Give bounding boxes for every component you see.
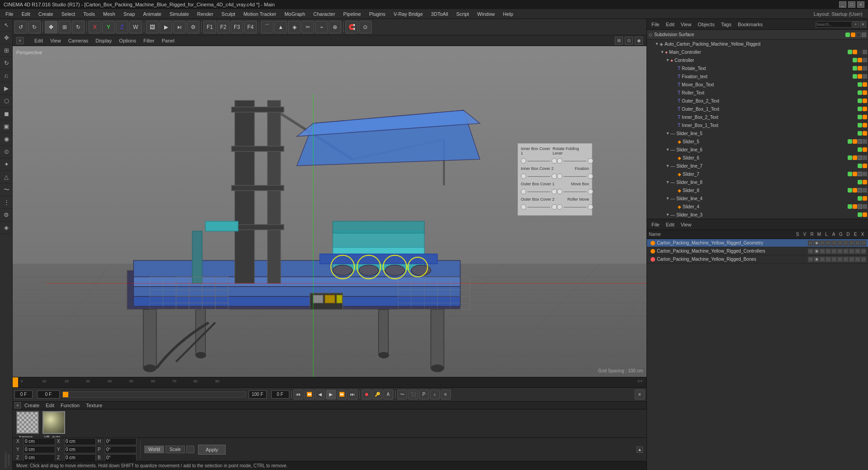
toolbar-snap[interactable]: 🧲 [345,21,358,33]
vm-options[interactable]: Options [119,38,136,43]
menu-3dtoall[interactable]: 3DToAll [427,10,452,18]
coord-scale-btn[interactable]: Scale [165,446,185,453]
obj-sliderline5[interactable]: ▼ — Slider_line_5 [647,129,868,137]
vp-icon-expand[interactable]: ⊞ [615,37,623,45]
obj-rotate-text[interactable]: T Rotate_Text [647,64,868,72]
rm-tags[interactable]: Tags [718,21,734,28]
toolbar-render-region[interactable]: 🖼 [146,21,159,33]
menu-tools[interactable]: Tools [80,10,99,18]
coord-world-btn[interactable]: World [144,446,164,453]
mat-create[interactable]: Create [22,402,42,409]
left-icon-effector[interactable]: ◈ [0,221,13,234]
tc-more[interactable]: ≡ [635,390,645,400]
material-vrauto[interactable]: VR_Auto... [42,411,65,439]
toolbar-scale[interactable]: ⊞ [58,21,71,33]
coord-y-pos[interactable] [24,446,55,453]
mat-edit[interactable]: Edit [43,402,57,409]
coord-x-size[interactable] [64,438,96,445]
tc-sound[interactable]: ♪ [430,390,440,400]
close-button[interactable]: × [857,1,864,8]
tc-go-start[interactable]: ⏮ [293,390,303,400]
rm-icon2[interactable]: ✕ [860,21,866,28]
coord-z-size[interactable] [64,454,96,461]
cp-slider-2[interactable] [521,174,589,179]
obj-sliderline7[interactable]: ▼ — Slider_line_7 [647,162,868,170]
toolbar-spline-tool[interactable]: ⌒ [261,21,274,33]
obj-slider6[interactable]: ◆ Slider_6 [647,154,868,162]
coord-expand-btn[interactable]: ▲ [637,446,643,453]
rm-icon1[interactable]: + [853,21,859,28]
toolbar-world[interactable]: W [129,21,142,33]
coord-z-pos[interactable] [24,454,55,461]
obj-slider4[interactable]: ◆ Slider_4 [647,202,868,211]
left-icon-deformer[interactable]: ⋮ [0,196,13,209]
obj-movebox-text[interactable]: T Move_Box_Text [647,80,868,89]
tc-step-fwd[interactable]: ⏩ [337,390,347,400]
tc-timeline[interactable]: ≡ [441,390,451,400]
obj-maincontroller[interactable]: ▼ ● Main_Controller [647,48,868,56]
left-icon-generator[interactable]: ⚙ [0,209,13,221]
toolbar-y-axis[interactable]: Y [102,21,115,33]
left-icon-camera[interactable]: ⊙ [0,146,13,158]
cp-slider-3[interactable] [521,189,589,194]
rm-search-input[interactable] [816,21,852,28]
tc-motion-path[interactable]: 〜 [397,390,407,400]
left-icon-spline[interactable]: 〜 [0,183,13,196]
vp-icon-camera[interactable]: ⊙ [625,37,633,45]
cp-slider-1[interactable] [521,158,589,164]
toolbar-move[interactable]: ✥ [45,21,57,33]
coord-x-pos[interactable] [24,438,55,445]
toolbar-f4[interactable]: F4 [244,21,257,33]
menu-select[interactable]: Select [58,10,79,18]
coord-h-rot[interactable] [105,438,137,445]
toolbar-knife[interactable]: ✂ [302,21,314,33]
viewport[interactable]: X Y Z Inner Box Cover 1 Rotate Folding L… [13,46,646,377]
rb-file[interactable]: File [649,221,662,228]
coord-p-rot[interactable] [105,446,137,453]
obj-slider7[interactable]: ◆ Slider_7 [647,170,868,178]
toolbar-f3[interactable]: F3 [231,21,243,33]
tc-record[interactable]: ⏺ [362,390,372,400]
tc-play-back[interactable]: ◀ [315,390,325,400]
obj-slider8[interactable]: ◆ Slider_8 [647,186,868,194]
menu-plugins[interactable]: Plugins [365,10,389,18]
obj-sliderline6[interactable]: ▼ — Slider_line_6 [647,146,868,154]
coord-y-size[interactable] [64,446,96,453]
toolbar-snap2[interactable]: ⊙ [359,21,372,33]
menu-pipeline[interactable]: Pipeline [340,10,364,18]
rb-item-bones[interactable]: Carton_Packing_Machine_Yellow_Rigged_Bon… [647,255,868,263]
left-icon-texture[interactable]: ▣ [0,120,13,133]
vm-view[interactable]: View [50,38,61,43]
cp-slider-4[interactable] [521,204,589,210]
menu-vray[interactable]: V-Ray Bridge [390,10,427,18]
tc-param[interactable]: P [419,390,429,400]
menu-simulate[interactable]: Simulate [166,10,193,18]
toolbar-render-view[interactable]: ▶ [160,21,172,33]
left-icon-wireframe[interactable]: ⬡ [0,95,13,108]
frame-playhead[interactable] [37,390,60,399]
left-icon-solid[interactable]: ◼ [0,108,13,120]
rb-view[interactable]: View [678,221,694,228]
left-icon-null[interactable]: ✦ [0,158,13,171]
menu-file[interactable]: File [2,10,17,18]
menu-script[interactable]: Script [453,10,472,18]
left-icon-pointer[interactable]: ↖ [0,19,13,32]
toolbar-render-settings[interactable]: ⚙ [187,21,199,33]
rm-file[interactable]: File [649,21,662,28]
toolbar-bridge[interactable]: ⌁ [315,21,328,33]
left-icon-light[interactable]: ◉ [0,133,13,146]
obj-innerbox2-text[interactable]: T Inner_Box_2_Text [647,113,868,121]
tc-go-end[interactable]: ⏭ [348,390,358,400]
timeline-bar[interactable] [62,391,246,398]
left-icon-undo[interactable]: ⎌ [0,70,13,82]
vm-panel[interactable]: Panel [162,38,175,43]
viewport-menu-icon[interactable]: ≡ [16,37,24,44]
rm-edit[interactable]: Edit [663,21,677,28]
menu-character[interactable]: Character [310,10,339,18]
menu-render[interactable]: Render [193,10,217,18]
frame-input[interactable] [271,390,289,399]
toolbar-z-axis[interactable]: Z [116,21,128,33]
rb-item-controllers[interactable]: Carton_Packing_Machine_Yellow_Rigged_Con… [647,247,868,255]
menu-motion-tracker[interactable]: Motion Tracker [240,10,280,18]
vm-cameras[interactable]: Cameras [68,38,89,43]
